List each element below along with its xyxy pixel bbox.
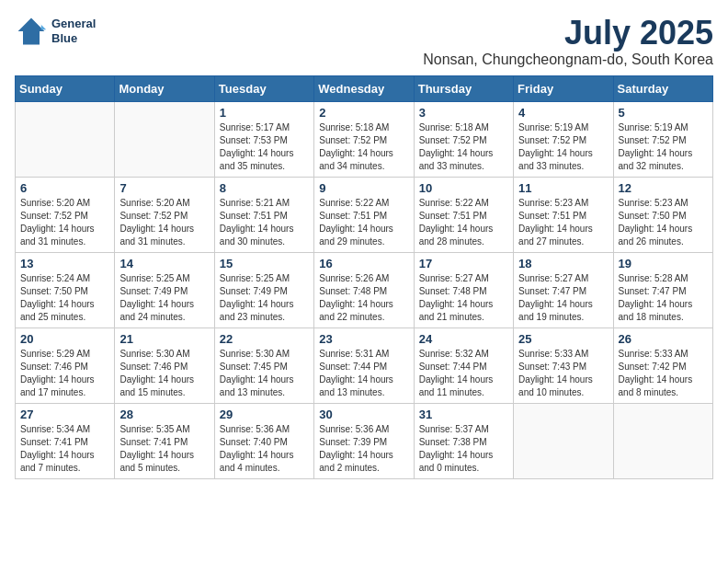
week-row-5: 27Sunrise: 5:34 AM Sunset: 7:41 PM Dayli… (16, 403, 713, 478)
calendar-cell: 3Sunrise: 5:18 AM Sunset: 7:52 PM Daylig… (414, 101, 513, 177)
day-number: 30 (319, 408, 408, 421)
weekday-header-wednesday: Wednesday (314, 75, 414, 101)
day-info: Sunrise: 5:22 AM Sunset: 7:51 PM Dayligh… (319, 197, 408, 248)
day-number: 13 (20, 257, 109, 270)
day-number: 10 (419, 181, 508, 195)
calendar-cell: 6Sunrise: 5:20 AM Sunset: 7:52 PM Daylig… (16, 177, 115, 252)
day-number: 20 (20, 332, 109, 346)
calendar-cell (115, 101, 214, 177)
weekday-header-monday: Monday (115, 75, 214, 101)
day-number: 26 (619, 332, 708, 346)
day-info: Sunrise: 5:31 AM Sunset: 7:44 PM Dayligh… (319, 348, 408, 399)
weekday-header-sunday: Sunday (16, 75, 115, 101)
calendar-cell: 12Sunrise: 5:23 AM Sunset: 7:50 PM Dayli… (613, 177, 712, 252)
day-info: Sunrise: 5:28 AM Sunset: 7:47 PM Dayligh… (619, 272, 708, 324)
day-info: Sunrise: 5:19 AM Sunset: 7:52 PM Dayligh… (619, 121, 708, 173)
day-info: Sunrise: 5:24 AM Sunset: 7:50 PM Dayligh… (20, 272, 109, 324)
calendar-cell: 13Sunrise: 5:24 AM Sunset: 7:50 PM Dayli… (16, 252, 115, 327)
calendar-cell: 4Sunrise: 5:19 AM Sunset: 7:52 PM Daylig… (514, 101, 613, 177)
calendar-cell: 1Sunrise: 5:17 AM Sunset: 7:53 PM Daylig… (214, 101, 313, 177)
day-number: 12 (619, 181, 708, 195)
day-info: Sunrise: 5:17 AM Sunset: 7:53 PM Dayligh… (220, 121, 309, 173)
day-number: 23 (319, 332, 408, 346)
day-info: Sunrise: 5:26 AM Sunset: 7:48 PM Dayligh… (319, 272, 408, 324)
day-number: 21 (119, 332, 209, 346)
calendar-cell: 14Sunrise: 5:25 AM Sunset: 7:49 PM Dayli… (115, 252, 214, 327)
day-number: 14 (119, 257, 209, 270)
calendar-cell: 2Sunrise: 5:18 AM Sunset: 7:52 PM Daylig… (314, 101, 414, 177)
day-number: 15 (220, 257, 309, 270)
day-info: Sunrise: 5:27 AM Sunset: 7:47 PM Dayligh… (518, 272, 608, 324)
calendar-cell: 10Sunrise: 5:22 AM Sunset: 7:51 PM Dayli… (414, 177, 513, 252)
day-info: Sunrise: 5:18 AM Sunset: 7:52 PM Dayligh… (419, 121, 508, 173)
page-header: General Blue July 2025 Nonsan, Chungcheo… (15, 15, 713, 68)
day-info: Sunrise: 5:21 AM Sunset: 7:51 PM Dayligh… (220, 197, 309, 248)
day-info: Sunrise: 5:32 AM Sunset: 7:44 PM Dayligh… (419, 348, 508, 399)
day-info: Sunrise: 5:20 AM Sunset: 7:52 PM Dayligh… (119, 197, 209, 248)
weekday-header-tuesday: Tuesday (214, 75, 313, 101)
week-row-1: 1Sunrise: 5:17 AM Sunset: 7:53 PM Daylig… (16, 101, 713, 177)
day-info: Sunrise: 5:23 AM Sunset: 7:51 PM Dayligh… (518, 197, 608, 248)
weekday-header-saturday: Saturday (613, 75, 712, 101)
day-info: Sunrise: 5:35 AM Sunset: 7:41 PM Dayligh… (119, 423, 209, 475)
calendar-cell: 17Sunrise: 5:27 AM Sunset: 7:48 PM Dayli… (414, 252, 513, 327)
day-info: Sunrise: 5:34 AM Sunset: 7:41 PM Dayligh… (20, 423, 109, 475)
weekday-header-row: SundayMondayTuesdayWednesdayThursdayFrid… (16, 75, 713, 101)
day-info: Sunrise: 5:33 AM Sunset: 7:43 PM Dayligh… (518, 348, 608, 399)
calendar-cell: 28Sunrise: 5:35 AM Sunset: 7:41 PM Dayli… (115, 403, 214, 478)
day-number: 28 (119, 408, 209, 421)
month-title: July 2025 (423, 15, 713, 52)
day-number: 24 (419, 332, 508, 346)
week-row-2: 6Sunrise: 5:20 AM Sunset: 7:52 PM Daylig… (16, 177, 713, 252)
calendar-cell: 7Sunrise: 5:20 AM Sunset: 7:52 PM Daylig… (115, 177, 214, 252)
week-row-4: 20Sunrise: 5:29 AM Sunset: 7:46 PM Dayli… (16, 327, 713, 403)
day-info: Sunrise: 5:23 AM Sunset: 7:50 PM Dayligh… (619, 197, 708, 248)
calendar-cell: 20Sunrise: 5:29 AM Sunset: 7:46 PM Dayli… (16, 327, 115, 403)
logo: General Blue (15, 15, 96, 48)
day-number: 4 (518, 106, 608, 120)
title-area: July 2025 Nonsan, Chungcheongnam-do, Sou… (423, 15, 713, 68)
day-number: 25 (518, 332, 608, 346)
day-number: 31 (419, 408, 508, 421)
calendar-cell: 24Sunrise: 5:32 AM Sunset: 7:44 PM Dayli… (414, 327, 513, 403)
day-info: Sunrise: 5:30 AM Sunset: 7:46 PM Dayligh… (119, 348, 209, 399)
calendar-cell: 8Sunrise: 5:21 AM Sunset: 7:51 PM Daylig… (214, 177, 313, 252)
calendar-cell: 19Sunrise: 5:28 AM Sunset: 7:47 PM Dayli… (613, 252, 712, 327)
week-row-3: 13Sunrise: 5:24 AM Sunset: 7:50 PM Dayli… (16, 252, 713, 327)
logo-icon (15, 15, 48, 48)
calendar-table: SundayMondayTuesdayWednesdayThursdayFrid… (15, 75, 713, 479)
day-number: 8 (220, 181, 309, 195)
day-info: Sunrise: 5:19 AM Sunset: 7:52 PM Dayligh… (518, 121, 608, 173)
calendar-cell: 25Sunrise: 5:33 AM Sunset: 7:43 PM Dayli… (514, 327, 613, 403)
day-info: Sunrise: 5:36 AM Sunset: 7:39 PM Dayligh… (319, 423, 408, 475)
calendar-cell: 31Sunrise: 5:37 AM Sunset: 7:38 PM Dayli… (414, 403, 513, 478)
calendar-cell (613, 403, 712, 478)
day-number: 27 (20, 408, 109, 421)
day-number: 18 (518, 257, 608, 270)
day-info: Sunrise: 5:36 AM Sunset: 7:40 PM Dayligh… (220, 423, 309, 475)
day-number: 17 (419, 257, 508, 270)
calendar-cell: 18Sunrise: 5:27 AM Sunset: 7:47 PM Dayli… (514, 252, 613, 327)
calendar-cell: 9Sunrise: 5:22 AM Sunset: 7:51 PM Daylig… (314, 177, 414, 252)
calendar-cell: 22Sunrise: 5:30 AM Sunset: 7:45 PM Dayli… (214, 327, 313, 403)
calendar-cell: 26Sunrise: 5:33 AM Sunset: 7:42 PM Dayli… (613, 327, 712, 403)
location-title: Nonsan, Chungcheongnam-do, South Korea (423, 52, 713, 68)
calendar-cell: 15Sunrise: 5:25 AM Sunset: 7:49 PM Dayli… (214, 252, 313, 327)
day-info: Sunrise: 5:30 AM Sunset: 7:45 PM Dayligh… (220, 348, 309, 399)
calendar-cell: 27Sunrise: 5:34 AM Sunset: 7:41 PM Dayli… (16, 403, 115, 478)
day-number: 9 (319, 181, 408, 195)
calendar-cell: 5Sunrise: 5:19 AM Sunset: 7:52 PM Daylig… (613, 101, 712, 177)
day-number: 29 (220, 408, 309, 421)
day-number: 2 (319, 106, 408, 120)
day-info: Sunrise: 5:25 AM Sunset: 7:49 PM Dayligh… (220, 272, 309, 324)
calendar-cell: 11Sunrise: 5:23 AM Sunset: 7:51 PM Dayli… (514, 177, 613, 252)
day-info: Sunrise: 5:27 AM Sunset: 7:48 PM Dayligh… (419, 272, 508, 324)
day-info: Sunrise: 5:22 AM Sunset: 7:51 PM Dayligh… (419, 197, 508, 248)
weekday-header-thursday: Thursday (414, 75, 513, 101)
calendar-cell: 30Sunrise: 5:36 AM Sunset: 7:39 PM Dayli… (314, 403, 414, 478)
svg-marker-0 (18, 18, 45, 45)
day-info: Sunrise: 5:29 AM Sunset: 7:46 PM Dayligh… (20, 348, 109, 399)
calendar-cell (514, 403, 613, 478)
day-number: 5 (619, 106, 708, 120)
calendar-cell: 23Sunrise: 5:31 AM Sunset: 7:44 PM Dayli… (314, 327, 414, 403)
